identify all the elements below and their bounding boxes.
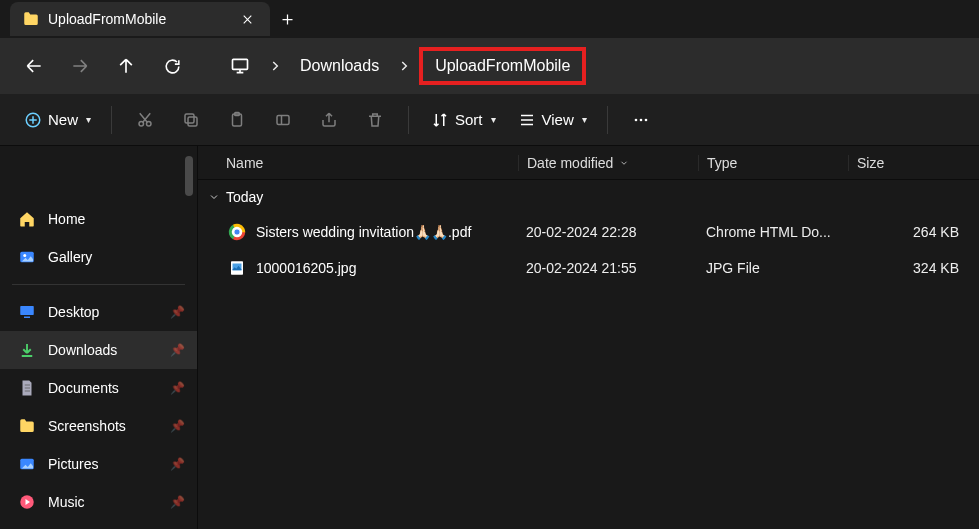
separator bbox=[607, 106, 608, 134]
svg-point-11 bbox=[644, 118, 647, 121]
back-button[interactable] bbox=[14, 46, 54, 86]
sort-desc-icon bbox=[619, 158, 629, 168]
sidebar-item-label: Pictures bbox=[48, 456, 99, 472]
column-name[interactable]: Name bbox=[198, 155, 518, 171]
view-label: View bbox=[542, 111, 574, 128]
paste-button[interactable] bbox=[216, 100, 258, 140]
file-size: 324 KB bbox=[848, 260, 979, 276]
rename-button[interactable] bbox=[262, 100, 304, 140]
image-file-icon bbox=[228, 259, 246, 277]
file-name: Sisters wedding invitation🙏🏻🙏🏻.pdf bbox=[256, 224, 471, 240]
file-size: 264 KB bbox=[848, 224, 979, 240]
group-label: Today bbox=[226, 189, 263, 205]
this-pc-icon[interactable] bbox=[220, 52, 260, 80]
music-icon bbox=[18, 493, 36, 511]
file-date: 20-02-2024 21:55 bbox=[518, 260, 698, 276]
sidebar-item-screenshots[interactable]: Screenshots 📌 bbox=[0, 407, 197, 445]
svg-point-13 bbox=[23, 254, 26, 257]
sidebar-item-label: Screenshots bbox=[48, 418, 126, 434]
sort-button[interactable]: Sort ▾ bbox=[421, 100, 504, 140]
sort-label: Sort bbox=[455, 111, 483, 128]
column-type[interactable]: Type bbox=[698, 155, 848, 171]
command-toolbar: New ▾ Sort ▾ View ▾ bbox=[0, 94, 979, 146]
chevron-right-icon[interactable] bbox=[393, 59, 415, 73]
sidebar-item-downloads[interactable]: Downloads 📌 bbox=[0, 331, 197, 369]
separator bbox=[111, 106, 112, 134]
svg-point-10 bbox=[639, 118, 642, 121]
file-list-pane: Name Date modified Type Size Today Siste… bbox=[198, 146, 979, 529]
pin-icon: 📌 bbox=[170, 305, 185, 319]
tab-title: UploadFromMobile bbox=[48, 11, 226, 27]
chevron-right-icon[interactable] bbox=[264, 59, 286, 73]
breadcrumb-current[interactable]: UploadFromMobile bbox=[419, 47, 586, 85]
tab-bar: UploadFromMobile bbox=[0, 0, 979, 38]
sidebar-item-label: Downloads bbox=[48, 342, 117, 358]
file-row[interactable]: Sisters wedding invitation🙏🏻🙏🏻.pdf 20-02… bbox=[198, 214, 979, 250]
navigation-sidebar: Home Gallery Desktop 📌 Downloads 📌 bbox=[0, 146, 198, 529]
forward-button[interactable] bbox=[60, 46, 100, 86]
file-date: 20-02-2024 22:28 bbox=[518, 224, 698, 240]
column-headers: Name Date modified Type Size bbox=[198, 146, 979, 180]
svg-rect-5 bbox=[185, 114, 194, 123]
pin-icon: 📌 bbox=[170, 381, 185, 395]
cut-button[interactable] bbox=[124, 100, 166, 140]
file-type: Chrome HTML Do... bbox=[698, 224, 848, 240]
copy-button[interactable] bbox=[170, 100, 212, 140]
view-button[interactable]: View ▾ bbox=[508, 100, 595, 140]
new-button[interactable]: New ▾ bbox=[14, 100, 99, 140]
home-icon bbox=[18, 210, 36, 228]
svg-rect-4 bbox=[188, 117, 197, 126]
group-today[interactable]: Today bbox=[198, 180, 979, 214]
sidebar-item-gallery[interactable]: Gallery bbox=[0, 238, 197, 276]
main-area: Home Gallery Desktop 📌 Downloads 📌 bbox=[0, 146, 979, 529]
sidebar-item-documents[interactable]: Documents 📌 bbox=[0, 369, 197, 407]
sidebar-item-music[interactable]: Music 📌 bbox=[0, 483, 197, 521]
pictures-icon bbox=[18, 455, 36, 473]
chevron-down-icon bbox=[208, 191, 220, 203]
chevron-down-icon: ▾ bbox=[491, 114, 496, 125]
documents-icon bbox=[18, 379, 36, 397]
file-name: 1000016205.jpg bbox=[256, 260, 356, 276]
column-date[interactable]: Date modified bbox=[518, 155, 698, 171]
chrome-icon bbox=[228, 223, 246, 241]
close-icon[interactable] bbox=[234, 6, 260, 32]
share-button[interactable] bbox=[308, 100, 350, 140]
column-size[interactable]: Size bbox=[848, 155, 979, 171]
svg-rect-8 bbox=[277, 115, 289, 124]
svg-rect-0 bbox=[233, 59, 248, 69]
separator bbox=[408, 106, 409, 134]
sidebar-item-label: Desktop bbox=[48, 304, 99, 320]
breadcrumb-downloads[interactable]: Downloads bbox=[290, 53, 389, 79]
tab-active[interactable]: UploadFromMobile bbox=[10, 2, 270, 36]
sidebar-item-home[interactable]: Home bbox=[0, 200, 197, 238]
scrollbar-thumb[interactable] bbox=[185, 156, 193, 196]
delete-button[interactable] bbox=[354, 100, 396, 140]
file-type: JPG File bbox=[698, 260, 848, 276]
chevron-down-icon: ▾ bbox=[582, 114, 587, 125]
sidebar-item-label: Gallery bbox=[48, 249, 92, 265]
navigation-bar: Downloads UploadFromMobile bbox=[0, 38, 979, 94]
file-row[interactable]: 1000016205.jpg 20-02-2024 21:55 JPG File… bbox=[198, 250, 979, 286]
sidebar-item-label: Music bbox=[48, 494, 85, 510]
pin-icon: 📌 bbox=[170, 495, 185, 509]
new-tab-button[interactable] bbox=[270, 2, 304, 36]
sidebar-item-desktop[interactable]: Desktop 📌 bbox=[0, 293, 197, 331]
gallery-icon bbox=[18, 248, 36, 266]
sidebar-item-pictures[interactable]: Pictures 📌 bbox=[0, 445, 197, 483]
up-button[interactable] bbox=[106, 46, 146, 86]
pin-icon: 📌 bbox=[170, 457, 185, 471]
separator bbox=[12, 284, 185, 285]
column-date-label: Date modified bbox=[527, 155, 613, 171]
desktop-icon bbox=[18, 303, 36, 321]
chevron-down-icon: ▾ bbox=[86, 114, 91, 125]
downloads-icon bbox=[18, 341, 36, 359]
address-bar[interactable]: Downloads UploadFromMobile bbox=[212, 46, 965, 86]
more-button[interactable] bbox=[620, 100, 662, 140]
folder-icon bbox=[18, 417, 36, 435]
new-label: New bbox=[48, 111, 78, 128]
folder-icon bbox=[22, 10, 40, 28]
refresh-button[interactable] bbox=[152, 46, 192, 86]
sidebar-item-label: Home bbox=[48, 211, 85, 227]
svg-rect-15 bbox=[24, 317, 30, 319]
svg-rect-14 bbox=[20, 306, 34, 315]
